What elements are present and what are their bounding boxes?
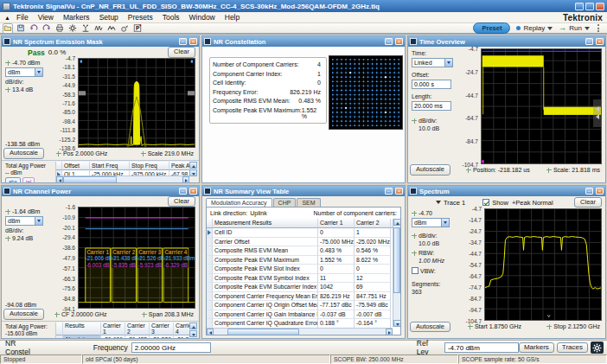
app-menu-icon[interactable]: ▲ [4, 15, 10, 21]
scroll-left-icon[interactable] [207, 329, 214, 335]
trace-selector[interactable]: Trace 1 [436, 199, 465, 207]
table-row[interactable]: Cell ID01 [207, 228, 393, 238]
dropdown-caret-icon[interactable] [35, 217, 42, 225]
preset-p-icon[interactable]: P [132, 23, 143, 34]
redo-icon[interactable] [42, 23, 52, 34]
spinner-icon[interactable] [412, 251, 417, 256]
dropdown-caret-icon[interactable] [441, 219, 449, 227]
menu-item-markers[interactable]: Markers [63, 13, 90, 22]
settings-gear-icon[interactable] [591, 342, 604, 354]
close-icon[interactable]: × [189, 188, 197, 195]
spectrum-unit-select[interactable]: dBm [412, 218, 450, 227]
frequency-input[interactable] [131, 342, 211, 353]
dropdown-caret-icon[interactable] [35, 68, 42, 76]
table-header-cell[interactable]: Start Freq [90, 162, 130, 170]
spinner-icon[interactable] [142, 312, 147, 317]
time-overview-chart[interactable] [481, 48, 602, 164]
sem-table-hscroll[interactable] [56, 176, 189, 182]
table-header-cell[interactable]: Measurement Results [213, 219, 318, 228]
spinner-icon[interactable] [412, 118, 417, 124]
chp-span-field[interactable]: Span 208.3 MHz [142, 311, 194, 317]
spinner-icon[interactable] [54, 312, 60, 317]
table-row[interactable]: Composite Peak EVM Subcarrier Index10426… [207, 283, 393, 292]
offset-input[interactable] [412, 80, 451, 89]
spectrum-start-field[interactable]: Start 1.8750 GHz [468, 323, 521, 329]
touch-icon[interactable] [119, 23, 130, 34]
markers-setup-icon[interactable] [80, 23, 91, 34]
trace-icon[interactable] [106, 23, 117, 34]
table-header-cell[interactable]: Stop Freq [130, 162, 169, 170]
minimize-icon[interactable]: – [179, 188, 187, 195]
chart-pager[interactable] [593, 99, 601, 127]
minimize-icon[interactable]: – [585, 188, 593, 195]
ref-level-input[interactable] [444, 342, 519, 353]
sem-scale-field[interactable]: Scale 219.0 MHz [141, 150, 194, 156]
tab-sem[interactable]: SEM [297, 198, 320, 207]
sem-chart[interactable] [78, 58, 195, 148]
menu-item-presets[interactable]: Presets [128, 13, 153, 22]
sem-dbdiv-value[interactable]: 13.4 dB [5, 86, 54, 93]
spinner-icon[interactable] [56, 151, 61, 156]
table-header-cell[interactable]: Offset [62, 162, 90, 170]
length-input[interactable] [412, 101, 451, 111]
waveform-icon[interactable] [93, 23, 104, 34]
spinner-icon[interactable] [412, 211, 417, 216]
chp-table-vscroll[interactable] [189, 322, 197, 337]
window-close-button[interactable] [596, 3, 604, 10]
spinner-icon[interactable] [141, 151, 146, 156]
sem-abs-button[interactable]: abs [5, 177, 21, 182]
minimize-icon[interactable]: – [385, 188, 393, 195]
table-header-cell[interactable]: Carrier 1 [101, 322, 125, 335]
sem-autoscale-button[interactable]: Autoscale [3, 148, 44, 158]
spinner-icon[interactable] [5, 87, 10, 93]
spinner-icon[interactable] [5, 209, 10, 214]
spinner-icon[interactable] [546, 324, 552, 329]
close-icon[interactable]: × [395, 188, 403, 195]
tab-modulation-accuracy[interactable]: Modulation Accuracy [206, 198, 272, 207]
minimize-icon[interactable]: – [179, 38, 187, 45]
menu-item-help[interactable]: Help [225, 13, 240, 22]
sem-pos-field[interactable]: Pos 2.0000 GHz [56, 150, 107, 156]
close-icon[interactable]: × [596, 38, 604, 45]
spectrum-ref-level[interactable]: -4.70 [412, 210, 460, 216]
constellation-plot[interactable] [329, 55, 403, 130]
chp-unit-select[interactable]: dBm [5, 216, 43, 226]
spinner-icon[interactable] [5, 236, 10, 241]
spinner-icon[interactable] [5, 61, 10, 66]
time-scale-field[interactable]: Scale: 21.818 ms [546, 167, 600, 173]
preset-button[interactable]: Preset [473, 22, 510, 34]
scroll-up-icon[interactable] [393, 219, 401, 226]
show-checkbox-row[interactable]: Show [482, 199, 508, 207]
sem-titlebar[interactable]: NR Spectrum Emission Mask – × [2, 36, 199, 47]
scroll-up-icon[interactable] [189, 322, 197, 329]
scroll-right-icon[interactable] [386, 329, 393, 335]
chp-autoscale-button[interactable]: Autoscale [3, 309, 44, 319]
menu-item-setup[interactable]: Setup [99, 13, 118, 22]
scroll-up-icon[interactable] [189, 162, 197, 169]
spectrum-clear-button[interactable]: Clear [574, 197, 602, 208]
summary-vscroll[interactable] [393, 219, 400, 327]
table-row[interactable]: Composite RMS EVM Mean0.483 %0.546 % [207, 246, 393, 256]
menu-item-file[interactable]: File [16, 13, 29, 22]
save-icon[interactable] [16, 23, 26, 34]
table-header-cell[interactable]: Carrier 1 [318, 219, 355, 228]
time-autoscale-button[interactable]: Autoscale [410, 164, 450, 175]
close-icon[interactable]: × [596, 188, 604, 195]
spectrum-titlebar[interactable]: Spectrum – × [408, 186, 605, 196]
more-menu-icon[interactable] [596, 24, 601, 32]
markers-button[interactable]: Markers [519, 342, 554, 354]
vbw-checkbox-row[interactable]: VBW: [412, 267, 460, 274]
scroll-left-icon[interactable] [56, 176, 63, 182]
constellation-titlebar[interactable]: NR Constellation – × [202, 36, 405, 47]
table-header-cell[interactable]: Results [63, 322, 101, 335]
show-checkbox[interactable] [482, 199, 489, 206]
window-minimize-button[interactable] [575, 3, 584, 10]
chp-clear-button[interactable]: Clear [168, 196, 195, 207]
scroll-down-icon[interactable] [189, 169, 197, 176]
table-row[interactable]: Composite Peak EVM Slot Index00 [207, 265, 393, 274]
close-icon[interactable]: × [189, 38, 197, 45]
spinner-icon[interactable] [546, 168, 552, 173]
spinner-icon[interactable] [466, 168, 471, 173]
spectrum-stop-field[interactable]: Stop 2.1250 GHz [546, 323, 600, 329]
table-row[interactable]: Component Carrier Frequency Mean Error82… [207, 292, 393, 302]
